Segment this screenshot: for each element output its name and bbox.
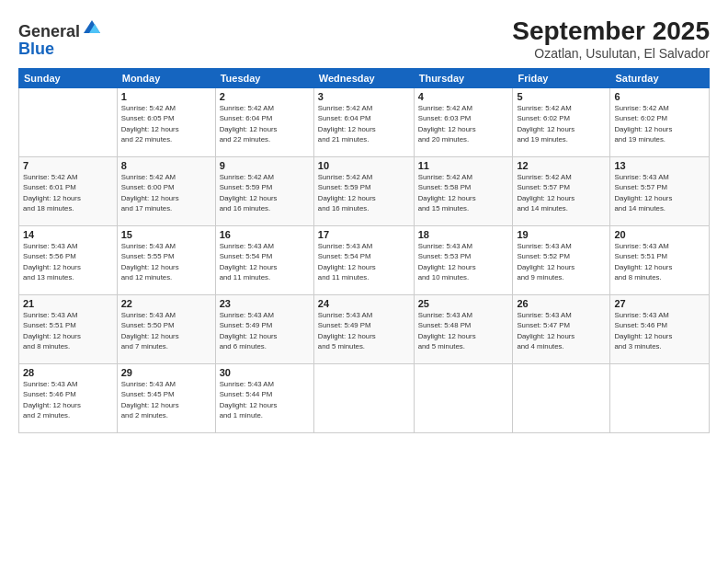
day-number: 3	[318, 91, 410, 102]
day-number: 17	[318, 229, 410, 240]
day-info: Sunrise: 5:43 AM Sunset: 5:54 PM Dayligh…	[220, 241, 310, 282]
day-info: Sunrise: 5:42 AM Sunset: 6:04 PM Dayligh…	[220, 103, 310, 144]
day-cell: 27Sunrise: 5:43 AM Sunset: 5:46 PM Dayli…	[610, 295, 710, 364]
day-number: 7	[23, 160, 113, 171]
logo-blue-text: Blue	[18, 40, 54, 59]
day-cell: 15Sunrise: 5:43 AM Sunset: 5:55 PM Dayli…	[117, 226, 215, 295]
day-info: Sunrise: 5:42 AM Sunset: 5:58 PM Dayligh…	[418, 172, 509, 213]
day-info: Sunrise: 5:42 AM Sunset: 5:59 PM Dayligh…	[220, 172, 310, 213]
day-cell: 14Sunrise: 5:43 AM Sunset: 5:56 PM Dayli…	[19, 226, 118, 295]
day-cell: 26Sunrise: 5:43 AM Sunset: 5:47 PM Dayli…	[513, 295, 610, 364]
day-info: Sunrise: 5:43 AM Sunset: 5:46 PM Dayligh…	[23, 379, 113, 420]
calendar-table: SundayMondayTuesdayWednesdayThursdayFrid…	[18, 68, 710, 433]
day-number: 11	[418, 160, 509, 171]
day-info: Sunrise: 5:42 AM Sunset: 6:01 PM Dayligh…	[23, 172, 113, 213]
page: General Blue September 2025 Ozatlan, Usu…	[0, 0, 728, 563]
day-info: Sunrise: 5:43 AM Sunset: 5:57 PM Dayligh…	[614, 172, 705, 213]
day-info: Sunrise: 5:43 AM Sunset: 5:51 PM Dayligh…	[23, 310, 113, 351]
col-header-saturday: Saturday	[610, 69, 710, 88]
day-number: 20	[614, 229, 705, 240]
day-number: 6	[614, 91, 705, 102]
col-header-tuesday: Tuesday	[215, 69, 313, 88]
day-info: Sunrise: 5:42 AM Sunset: 6:05 PM Dayligh…	[121, 103, 211, 144]
day-number: 26	[517, 298, 606, 309]
day-number: 9	[220, 160, 310, 171]
title-block: September 2025 Ozatlan, Usulutan, El Sal…	[512, 17, 710, 61]
day-number: 23	[220, 298, 310, 309]
logo-text: General Blue	[18, 17, 102, 59]
day-cell: 16Sunrise: 5:43 AM Sunset: 5:54 PM Dayli…	[215, 226, 313, 295]
day-info: Sunrise: 5:42 AM Sunset: 6:03 PM Dayligh…	[418, 103, 509, 144]
day-number: 5	[517, 91, 606, 102]
day-cell: 11Sunrise: 5:42 AM Sunset: 5:58 PM Dayli…	[414, 157, 513, 226]
week-row-5: 28Sunrise: 5:43 AM Sunset: 5:46 PM Dayli…	[19, 364, 710, 433]
week-row-1: 1Sunrise: 5:42 AM Sunset: 6:05 PM Daylig…	[19, 88, 710, 157]
day-info: Sunrise: 5:43 AM Sunset: 5:54 PM Dayligh…	[318, 241, 410, 282]
day-info: Sunrise: 5:42 AM Sunset: 6:02 PM Dayligh…	[517, 103, 606, 144]
day-cell: 22Sunrise: 5:43 AM Sunset: 5:50 PM Dayli…	[117, 295, 215, 364]
day-cell	[513, 364, 610, 433]
day-number: 30	[220, 367, 310, 378]
day-number: 22	[121, 298, 211, 309]
day-cell: 23Sunrise: 5:43 AM Sunset: 5:49 PM Dayli…	[215, 295, 313, 364]
day-info: Sunrise: 5:42 AM Sunset: 6:00 PM Dayligh…	[121, 172, 211, 213]
day-cell: 25Sunrise: 5:43 AM Sunset: 5:48 PM Dayli…	[414, 295, 513, 364]
day-cell: 28Sunrise: 5:43 AM Sunset: 5:46 PM Dayli…	[19, 364, 118, 433]
day-info: Sunrise: 5:42 AM Sunset: 6:04 PM Dayligh…	[318, 103, 410, 144]
day-number: 29	[121, 367, 211, 378]
day-cell: 17Sunrise: 5:43 AM Sunset: 5:54 PM Dayli…	[313, 226, 414, 295]
day-cell	[313, 364, 414, 433]
day-info: Sunrise: 5:43 AM Sunset: 5:52 PM Dayligh…	[517, 241, 606, 282]
col-header-friday: Friday	[513, 69, 610, 88]
week-row-4: 21Sunrise: 5:43 AM Sunset: 5:51 PM Dayli…	[19, 295, 710, 364]
day-info: Sunrise: 5:42 AM Sunset: 5:59 PM Dayligh…	[318, 172, 410, 213]
day-cell	[414, 364, 513, 433]
day-number: 21	[23, 298, 113, 309]
day-number: 24	[318, 298, 410, 309]
day-cell: 29Sunrise: 5:43 AM Sunset: 5:45 PM Dayli…	[117, 364, 215, 433]
day-info: Sunrise: 5:43 AM Sunset: 5:55 PM Dayligh…	[121, 241, 211, 282]
day-number: 27	[614, 298, 705, 309]
day-info: Sunrise: 5:42 AM Sunset: 6:02 PM Dayligh…	[614, 103, 705, 144]
day-cell: 18Sunrise: 5:43 AM Sunset: 5:53 PM Dayli…	[414, 226, 513, 295]
day-cell: 30Sunrise: 5:43 AM Sunset: 5:44 PM Dayli…	[215, 364, 313, 433]
day-cell: 4Sunrise: 5:42 AM Sunset: 6:03 PM Daylig…	[414, 88, 513, 157]
day-cell: 5Sunrise: 5:42 AM Sunset: 6:02 PM Daylig…	[513, 88, 610, 157]
day-number: 15	[121, 229, 211, 240]
header: General Blue September 2025 Ozatlan, Usu…	[18, 17, 710, 61]
day-info: Sunrise: 5:43 AM Sunset: 5:47 PM Dayligh…	[517, 310, 606, 351]
day-number: 12	[517, 160, 606, 171]
location: Ozatlan, Usulutan, El Salvador	[512, 46, 710, 61]
day-cell: 20Sunrise: 5:43 AM Sunset: 5:51 PM Dayli…	[610, 226, 710, 295]
day-cell: 7Sunrise: 5:42 AM Sunset: 6:01 PM Daylig…	[19, 157, 118, 226]
day-number: 4	[418, 91, 509, 102]
day-cell: 12Sunrise: 5:42 AM Sunset: 5:57 PM Dayli…	[513, 157, 610, 226]
calendar-header-row: SundayMondayTuesdayWednesdayThursdayFrid…	[19, 69, 710, 88]
day-cell: 9Sunrise: 5:42 AM Sunset: 5:59 PM Daylig…	[215, 157, 313, 226]
day-info: Sunrise: 5:43 AM Sunset: 5:53 PM Dayligh…	[418, 241, 509, 282]
day-number: 10	[318, 160, 410, 171]
week-row-3: 14Sunrise: 5:43 AM Sunset: 5:56 PM Dayli…	[19, 226, 710, 295]
day-info: Sunrise: 5:43 AM Sunset: 5:49 PM Dayligh…	[220, 310, 310, 351]
month-title: September 2025	[512, 17, 710, 46]
day-cell	[610, 364, 710, 433]
day-info: Sunrise: 5:43 AM Sunset: 5:48 PM Dayligh…	[418, 310, 509, 351]
day-cell: 24Sunrise: 5:43 AM Sunset: 5:49 PM Dayli…	[313, 295, 414, 364]
col-header-monday: Monday	[117, 69, 215, 88]
logo-general: General	[18, 22, 80, 40]
day-number: 14	[23, 229, 113, 240]
day-info: Sunrise: 5:43 AM Sunset: 5:51 PM Dayligh…	[614, 241, 705, 282]
day-info: Sunrise: 5:43 AM Sunset: 5:56 PM Dayligh…	[23, 241, 113, 282]
day-cell: 8Sunrise: 5:42 AM Sunset: 6:00 PM Daylig…	[117, 157, 215, 226]
day-cell	[19, 88, 118, 157]
day-number: 8	[121, 160, 211, 171]
day-cell: 13Sunrise: 5:43 AM Sunset: 5:57 PM Dayli…	[610, 157, 710, 226]
day-number: 1	[121, 91, 211, 102]
day-info: Sunrise: 5:43 AM Sunset: 5:49 PM Dayligh…	[318, 310, 410, 351]
day-info: Sunrise: 5:42 AM Sunset: 5:57 PM Dayligh…	[517, 172, 606, 213]
day-cell: 19Sunrise: 5:43 AM Sunset: 5:52 PM Dayli…	[513, 226, 610, 295]
day-number: 25	[418, 298, 509, 309]
day-cell: 2Sunrise: 5:42 AM Sunset: 6:04 PM Daylig…	[215, 88, 313, 157]
day-cell: 10Sunrise: 5:42 AM Sunset: 5:59 PM Dayli…	[313, 157, 414, 226]
col-header-wednesday: Wednesday	[313, 69, 414, 88]
